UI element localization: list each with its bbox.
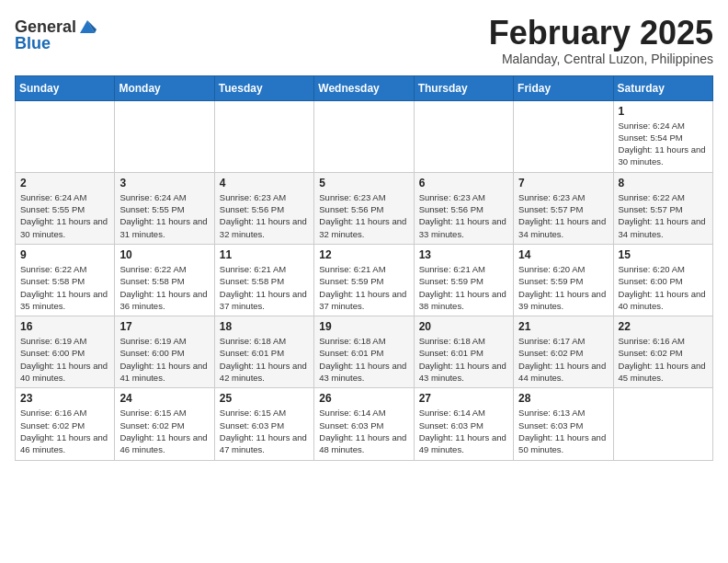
calendar-cell: 16Sunrise: 6:19 AM Sunset: 6:00 PM Dayli…: [16, 316, 115, 388]
weekday-header-thursday: Thursday: [414, 75, 513, 100]
day-info: Sunrise: 6:14 AM Sunset: 6:03 PM Dayligh…: [319, 407, 408, 455]
weekday-header-friday: Friday: [514, 75, 613, 100]
day-number: 1: [619, 105, 708, 118]
day-number: 14: [518, 248, 608, 261]
day-info: Sunrise: 6:21 AM Sunset: 5:59 PM Dayligh…: [419, 263, 508, 312]
day-info: Sunrise: 6:20 AM Sunset: 5:59 PM Dayligh…: [518, 263, 608, 312]
day-number: 24: [119, 392, 209, 405]
day-number: 3: [119, 177, 209, 190]
calendar-cell: 18Sunrise: 6:18 AM Sunset: 6:01 PM Dayli…: [214, 316, 313, 388]
day-number: 21: [518, 320, 608, 333]
calendar-cell: [115, 100, 214, 172]
calendar-table: SundayMondayTuesdayWednesdayThursdayFrid…: [15, 75, 713, 461]
day-info: Sunrise: 6:23 AM Sunset: 5:56 PM Dayligh…: [419, 191, 508, 240]
calendar-cell: [314, 100, 414, 172]
calendar-header-row: SundayMondayTuesdayWednesdayThursdayFrid…: [16, 75, 713, 100]
calendar-cell: 2Sunrise: 6:24 AM Sunset: 5:55 PM Daylig…: [16, 172, 115, 244]
calendar-cell: 6Sunrise: 6:23 AM Sunset: 5:56 PM Daylig…: [414, 172, 513, 244]
day-info: Sunrise: 6:24 AM Sunset: 5:54 PM Dayligh…: [619, 120, 708, 168]
day-info: Sunrise: 6:21 AM Sunset: 5:58 PM Dayligh…: [220, 263, 309, 312]
day-number: 19: [319, 320, 408, 333]
calendar-cell: [214, 100, 313, 172]
day-info: Sunrise: 6:16 AM Sunset: 6:02 PM Dayligh…: [20, 407, 109, 455]
day-info: Sunrise: 6:19 AM Sunset: 6:00 PM Dayligh…: [119, 335, 209, 384]
day-info: Sunrise: 6:19 AM Sunset: 6:00 PM Dayligh…: [20, 335, 109, 384]
day-info: Sunrise: 6:22 AM Sunset: 5:58 PM Dayligh…: [20, 263, 109, 312]
calendar-cell: 13Sunrise: 6:21 AM Sunset: 5:59 PM Dayli…: [414, 244, 513, 316]
calendar-cell: 1Sunrise: 6:24 AM Sunset: 5:54 PM Daylig…: [613, 100, 712, 172]
day-number: 18: [220, 320, 309, 333]
calendar-week-3: 9Sunrise: 6:22 AM Sunset: 5:58 PM Daylig…: [16, 244, 713, 316]
day-number: 16: [20, 320, 109, 333]
day-number: 17: [119, 320, 209, 333]
calendar-cell: 17Sunrise: 6:19 AM Sunset: 6:00 PM Dayli…: [115, 316, 214, 388]
day-info: Sunrise: 6:17 AM Sunset: 6:02 PM Dayligh…: [518, 335, 608, 384]
weekday-header-wednesday: Wednesday: [314, 75, 414, 100]
logo-blue: Blue: [15, 34, 51, 52]
calendar-cell: 11Sunrise: 6:21 AM Sunset: 5:58 PM Dayli…: [214, 244, 313, 316]
page-header: General Blue February 2025 Malanday, Cen…: [15, 15, 713, 66]
day-number: 22: [619, 320, 708, 333]
calendar-cell: [414, 100, 513, 172]
calendar-cell: 15Sunrise: 6:20 AM Sunset: 6:00 PM Dayli…: [613, 244, 712, 316]
day-number: 10: [119, 248, 209, 261]
calendar-cell: 4Sunrise: 6:23 AM Sunset: 5:56 PM Daylig…: [214, 172, 313, 244]
calendar-cell: [16, 100, 115, 172]
day-number: 27: [419, 392, 508, 405]
calendar-cell: 3Sunrise: 6:24 AM Sunset: 5:55 PM Daylig…: [115, 172, 214, 244]
day-number: 20: [419, 320, 508, 333]
day-number: 25: [220, 392, 309, 405]
logo-icon: [78, 17, 97, 35]
logo-general: General: [15, 18, 76, 35]
day-info: Sunrise: 6:18 AM Sunset: 6:01 PM Dayligh…: [319, 335, 408, 384]
calendar-week-1: 1Sunrise: 6:24 AM Sunset: 5:54 PM Daylig…: [16, 100, 713, 172]
weekday-header-saturday: Saturday: [613, 75, 712, 100]
month-title: February 2025: [489, 15, 713, 52]
calendar-cell: 7Sunrise: 6:23 AM Sunset: 5:57 PM Daylig…: [514, 172, 613, 244]
calendar-week-2: 2Sunrise: 6:24 AM Sunset: 5:55 PM Daylig…: [16, 172, 713, 244]
weekday-header-tuesday: Tuesday: [214, 75, 313, 100]
day-number: 11: [220, 248, 309, 261]
day-number: 28: [518, 392, 608, 405]
calendar-week-4: 16Sunrise: 6:19 AM Sunset: 6:00 PM Dayli…: [16, 316, 713, 388]
title-block: February 2025 Malanday, Central Luzon, P…: [489, 15, 713, 66]
day-number: 15: [619, 248, 708, 261]
day-info: Sunrise: 6:18 AM Sunset: 6:01 PM Dayligh…: [220, 335, 309, 384]
calendar-week-5: 23Sunrise: 6:16 AM Sunset: 6:02 PM Dayli…: [16, 388, 713, 460]
weekday-header-sunday: Sunday: [16, 75, 115, 100]
day-number: 6: [419, 177, 508, 190]
calendar-cell: 5Sunrise: 6:23 AM Sunset: 5:56 PM Daylig…: [314, 172, 414, 244]
day-info: Sunrise: 6:18 AM Sunset: 6:01 PM Dayligh…: [419, 335, 508, 384]
day-number: 2: [20, 177, 109, 190]
calendar-cell: [613, 388, 712, 460]
day-number: 23: [20, 392, 109, 405]
day-info: Sunrise: 6:22 AM Sunset: 5:58 PM Dayligh…: [119, 263, 209, 312]
calendar-cell: 12Sunrise: 6:21 AM Sunset: 5:59 PM Dayli…: [314, 244, 414, 316]
day-number: 13: [419, 248, 508, 261]
calendar-cell: 28Sunrise: 6:13 AM Sunset: 6:03 PM Dayli…: [514, 388, 613, 460]
day-number: 26: [319, 392, 408, 405]
calendar-cell: 21Sunrise: 6:17 AM Sunset: 6:02 PM Dayli…: [514, 316, 613, 388]
day-info: Sunrise: 6:13 AM Sunset: 6:03 PM Dayligh…: [518, 407, 608, 455]
calendar-cell: 19Sunrise: 6:18 AM Sunset: 6:01 PM Dayli…: [314, 316, 414, 388]
calendar-cell: 9Sunrise: 6:22 AM Sunset: 5:58 PM Daylig…: [16, 244, 115, 316]
day-info: Sunrise: 6:23 AM Sunset: 5:56 PM Dayligh…: [220, 191, 309, 240]
day-info: Sunrise: 6:15 AM Sunset: 6:02 PM Dayligh…: [119, 407, 209, 455]
calendar-cell: [514, 100, 613, 172]
calendar-cell: 10Sunrise: 6:22 AM Sunset: 5:58 PM Dayli…: [115, 244, 214, 316]
calendar-cell: 23Sunrise: 6:16 AM Sunset: 6:02 PM Dayli…: [16, 388, 115, 460]
location: Malanday, Central Luzon, Philippines: [489, 52, 713, 66]
day-info: Sunrise: 6:15 AM Sunset: 6:03 PM Dayligh…: [220, 407, 309, 455]
calendar-cell: 22Sunrise: 6:16 AM Sunset: 6:02 PM Dayli…: [613, 316, 712, 388]
calendar-cell: 20Sunrise: 6:18 AM Sunset: 6:01 PM Dayli…: [414, 316, 513, 388]
day-info: Sunrise: 6:22 AM Sunset: 5:57 PM Dayligh…: [619, 191, 708, 240]
day-number: 9: [20, 248, 109, 261]
day-info: Sunrise: 6:21 AM Sunset: 5:59 PM Dayligh…: [319, 263, 408, 312]
calendar-cell: 8Sunrise: 6:22 AM Sunset: 5:57 PM Daylig…: [613, 172, 712, 244]
day-number: 4: [220, 177, 309, 190]
logo: General Blue: [15, 18, 97, 52]
day-info: Sunrise: 6:24 AM Sunset: 5:55 PM Dayligh…: [119, 191, 209, 240]
calendar-cell: 24Sunrise: 6:15 AM Sunset: 6:02 PM Dayli…: [115, 388, 214, 460]
day-info: Sunrise: 6:24 AM Sunset: 5:55 PM Dayligh…: [20, 191, 109, 240]
calendar-cell: 25Sunrise: 6:15 AM Sunset: 6:03 PM Dayli…: [214, 388, 313, 460]
